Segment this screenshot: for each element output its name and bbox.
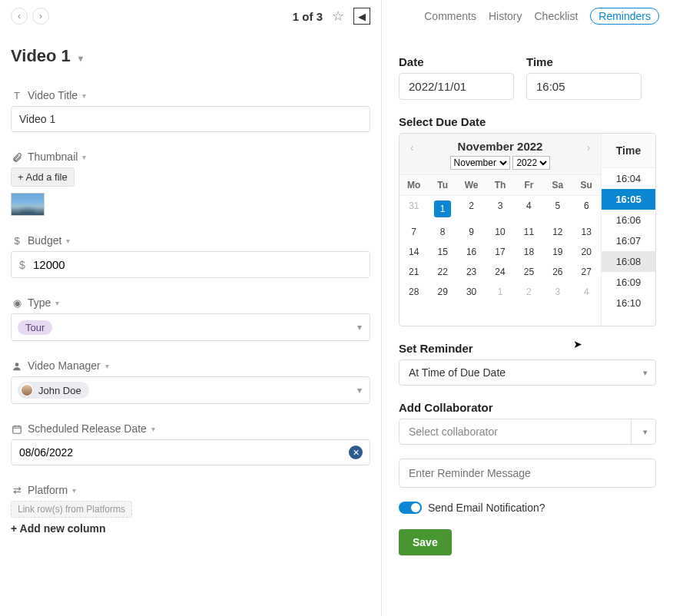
cal-next-month-button[interactable]: › — [581, 141, 596, 154]
add-file-button[interactable]: + Add a file — [11, 167, 75, 187]
calendar-day[interactable]: 7 — [399, 222, 428, 242]
calendar-month-select[interactable]: November — [450, 156, 510, 170]
field-platform: ⇄ Platform ▾ Link row(s) from Platforms — [11, 484, 370, 518]
calendar-day[interactable]: 22 — [428, 262, 456, 282]
calendar-day[interactable]: 28 — [399, 282, 428, 302]
calendar-weekday: We — [457, 175, 486, 195]
calendar-grid: MoTuWeThFrSaSu 3112345678910111213141516… — [399, 175, 601, 326]
tab-reminders[interactable]: Reminders — [590, 8, 659, 25]
collapse-panel-button[interactable]: ◀ — [353, 8, 370, 25]
circle-dot-icon: ◉ — [11, 297, 23, 309]
time-label: Time — [526, 55, 642, 68]
type-select[interactable]: Tour ▾ — [11, 313, 370, 341]
calendar-day[interactable]: 5 — [543, 196, 572, 222]
close-icon: ✕ — [353, 448, 360, 458]
field-label: Budget — [28, 234, 61, 247]
calendar-day[interactable]: 9 — [457, 222, 486, 242]
calendar-day[interactable]: 1 — [486, 282, 514, 302]
video-manager-select[interactable]: John Doe ▾ — [11, 376, 370, 404]
scheduled-release-date-input[interactable] — [11, 439, 370, 465]
chevron-right-icon: › — [39, 11, 42, 22]
time-option[interactable]: 16:05 — [602, 189, 655, 210]
calendar-day[interactable]: 20 — [572, 242, 601, 262]
chevron-down-icon[interactable]: ▾ — [82, 153, 86, 161]
calendar-day[interactable]: 8 — [428, 222, 456, 242]
calendar-day[interactable]: 2 — [457, 196, 486, 222]
calendar-weekday: Fr — [515, 175, 543, 195]
calendar-day[interactable]: 26 — [543, 262, 572, 282]
clear-date-button[interactable]: ✕ — [349, 445, 363, 459]
calendar-day[interactable]: 23 — [457, 262, 486, 282]
time-option[interactable]: 16:07 — [602, 230, 655, 251]
set-reminder-select[interactable]: At Time of Due Date ▾ — [399, 359, 656, 386]
date-label: Date — [399, 55, 514, 68]
date-input[interactable]: 2022/11/01 — [399, 73, 514, 100]
add-new-column-button[interactable]: + Add new column — [11, 518, 370, 542]
chevron-down-icon[interactable]: ▾ — [105, 362, 109, 370]
chevron-down-icon[interactable]: ▾ — [82, 91, 86, 100]
calendar-day[interactable]: 11 — [515, 222, 543, 242]
prev-record-button[interactable]: ‹ — [11, 8, 28, 25]
calendar-day[interactable]: 14 — [399, 242, 428, 262]
add-collaborator-label: Add Collaborator — [399, 401, 656, 414]
time-option[interactable]: 16:10 — [602, 293, 655, 313]
thumbnail-image[interactable] — [11, 193, 45, 216]
time-list[interactable]: 16:0416:0516:0616:0716:0816:0916:10 — [602, 168, 655, 326]
calendar-day[interactable]: 30 — [457, 282, 486, 302]
tab-history[interactable]: History — [489, 10, 522, 22]
time-option[interactable]: 16:06 — [602, 210, 655, 230]
calendar-day[interactable]: 2 — [515, 282, 543, 302]
calendar-day[interactable]: 29 — [428, 282, 456, 302]
calendar-day[interactable]: 25 — [515, 262, 543, 282]
record-counter: 1 of 3 — [293, 10, 323, 23]
calendar-day[interactable]: 3 — [486, 196, 514, 222]
calendar-day[interactable]: 24 — [486, 262, 514, 282]
calendar-day[interactable]: 4 — [572, 282, 601, 302]
calendar-day[interactable]: 1 — [428, 196, 456, 222]
save-button[interactable]: Save — [399, 529, 452, 555]
calendar-day[interactable]: 12 — [543, 222, 572, 242]
dollar-icon: $ — [11, 235, 23, 247]
time-column: Time 16:0416:0516:0616:0716:0816:0916:10 — [602, 134, 655, 326]
tab-checklist[interactable]: Checklist — [535, 10, 579, 22]
chevron-down-icon: ▾ — [78, 53, 83, 64]
chevron-down-icon[interactable]: ▾ — [151, 425, 155, 433]
record-fields-scroll[interactable]: Video 1 ▾ T Video Title ▾ Thumbnail ▾ + … — [0, 32, 381, 616]
user-chip: John Doe — [18, 382, 89, 399]
time-option[interactable]: 16:04 — [602, 168, 655, 189]
calendar-day[interactable]: 31 — [399, 196, 428, 222]
time-option[interactable]: 16:09 — [602, 272, 655, 293]
cal-prev-month-button[interactable]: ‹ — [404, 141, 419, 154]
tab-comments[interactable]: Comments — [424, 10, 476, 22]
calendar-day[interactable]: 27 — [572, 262, 601, 282]
type-chip: Tour — [18, 320, 52, 335]
reminder-message-input[interactable] — [399, 459, 656, 488]
field-budget: $ Budget ▾ $ — [11, 234, 370, 278]
star-icon[interactable]: ☆ — [332, 8, 344, 25]
calendar-day[interactable]: 17 — [486, 242, 514, 262]
calendar-day[interactable]: 13 — [572, 222, 601, 242]
calendar-day[interactable]: 3 — [543, 282, 572, 302]
calendar-day[interactable]: 19 — [543, 242, 572, 262]
add-collaborator-select[interactable]: Select collaborator ▾ — [399, 419, 656, 445]
record-title[interactable]: Video 1 ▾ — [11, 32, 370, 71]
calendar-day[interactable]: 6 — [572, 196, 601, 222]
send-email-label: Send Email Notification? — [428, 502, 545, 514]
platform-link-placeholder[interactable]: Link row(s) from Platforms — [11, 501, 132, 518]
send-email-toggle[interactable] — [399, 502, 422, 514]
chevron-down-icon[interactable]: ▾ — [55, 299, 59, 307]
video-title-input[interactable] — [11, 106, 370, 132]
time-input[interactable]: 16:05 — [526, 73, 642, 100]
time-option[interactable]: 16:08 — [602, 251, 655, 272]
next-record-button[interactable]: › — [32, 8, 49, 25]
calendar-day[interactable]: 18 — [515, 242, 543, 262]
calendar-year-select[interactable]: 2022 — [512, 156, 550, 170]
chevron-down-icon[interactable]: ▾ — [72, 486, 76, 495]
calendar-day[interactable]: 10 — [486, 222, 514, 242]
calendar-day[interactable]: 4 — [515, 196, 543, 222]
calendar-day[interactable]: 15 — [428, 242, 456, 262]
chevron-down-icon[interactable]: ▾ — [66, 237, 70, 245]
calendar-day[interactable]: 21 — [399, 262, 428, 282]
budget-input[interactable] — [33, 252, 370, 277]
calendar-day[interactable]: 16 — [457, 242, 486, 262]
